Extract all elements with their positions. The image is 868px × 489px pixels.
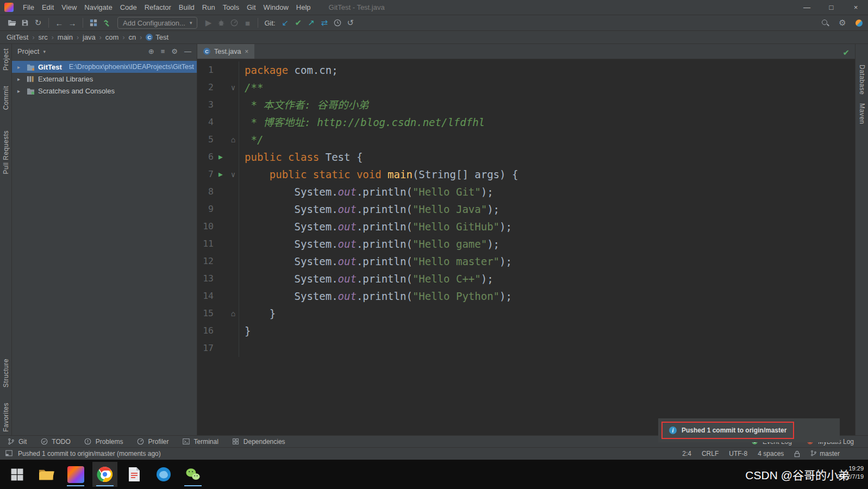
caret-position[interactable]: 2:4 bbox=[682, 450, 691, 457]
breadcrumb-item-com[interactable]: com bbox=[105, 33, 119, 41]
code-line[interactable]: 3 * 本文作者: 谷哥的小弟 bbox=[197, 96, 855, 114]
code-line[interactable]: 2∨/** bbox=[197, 79, 855, 96]
menu-tools[interactable]: Tools bbox=[219, 1, 243, 14]
menu-window[interactable]: Window bbox=[260, 1, 292, 14]
open-icon[interactable] bbox=[5, 16, 18, 29]
run-gutter-icon[interactable]: ▶ bbox=[214, 166, 228, 183]
code-area[interactable]: 1package com.cn;2∨/**3 * 本文作者: 谷哥的小弟4 * … bbox=[197, 59, 855, 435]
menu-file[interactable]: File bbox=[19, 1, 38, 14]
code-line[interactable]: 14 System.out.println("Hello Python"); bbox=[197, 287, 855, 305]
fold-end-icon[interactable]: ⌂ bbox=[228, 305, 239, 322]
quick-access-icon[interactable] bbox=[855, 20, 863, 27]
tab-test-java[interactable]: C Test.java × bbox=[197, 44, 254, 59]
menu-edit[interactable]: Edit bbox=[38, 1, 58, 14]
wechat-icon[interactable] bbox=[180, 462, 205, 487]
intellij-taskbar-icon[interactable] bbox=[63, 462, 88, 487]
breadcrumb-item-main[interactable]: main bbox=[58, 33, 73, 41]
tree-chevron-icon[interactable]: ▸ bbox=[17, 88, 23, 94]
save-icon[interactable] bbox=[18, 16, 32, 29]
close-button[interactable]: × bbox=[844, 0, 868, 15]
fold-open-icon[interactable]: ∨ bbox=[228, 166, 239, 183]
code-line[interactable]: 8 System.out.println("Hello Git"); bbox=[197, 183, 855, 200]
status-message[interactable]: Pushed 1 commit to origin/master (moment… bbox=[18, 450, 161, 457]
inspections-ok-icon[interactable]: ✔ bbox=[842, 48, 850, 58]
toolwindow-profiler[interactable]: Profiler bbox=[136, 438, 168, 446]
menu-view[interactable]: View bbox=[58, 1, 80, 14]
code-line[interactable]: 7▶∨ public static void main(String[] arg… bbox=[197, 166, 855, 183]
project-structure-icon[interactable] bbox=[87, 16, 100, 29]
menu-run[interactable]: Run bbox=[198, 1, 219, 14]
toolwindow-problems[interactable]: Problems bbox=[84, 438, 123, 446]
code-line[interactable]: 4 * 博客地址: http://blog.csdn.net/lfdfhl bbox=[197, 114, 855, 131]
tab-close-icon[interactable]: × bbox=[245, 48, 248, 55]
toolwindow-terminal[interactable]: Terminal bbox=[182, 438, 218, 446]
push-icon[interactable]: ↗ bbox=[305, 16, 318, 29]
minimize-button[interactable]: — bbox=[795, 0, 819, 15]
tool-stripe-maven[interactable]: Maven bbox=[858, 103, 866, 124]
tool-stripe-project[interactable]: Project bbox=[2, 48, 10, 71]
code-line[interactable]: 16} bbox=[197, 322, 855, 340]
file-encoding[interactable]: UTF-8 bbox=[729, 450, 747, 457]
fetch-icon[interactable]: ⇄ bbox=[318, 16, 331, 29]
tool-stripe-database[interactable]: Database bbox=[858, 65, 866, 95]
update-project-icon[interactable]: ↙ bbox=[279, 16, 292, 29]
run-icon[interactable]: ▶ bbox=[202, 16, 215, 29]
chevron-down-icon[interactable]: ▾ bbox=[43, 49, 46, 54]
commit-check-icon[interactable]: ✔ bbox=[292, 16, 305, 29]
code-line[interactable]: 6▶public class Test { bbox=[197, 148, 855, 166]
tree-item-external-libraries[interactable]: ▸External Libraries bbox=[12, 73, 197, 85]
toolwindow-todo[interactable]: TODO bbox=[40, 438, 70, 446]
menu-navigate[interactable]: Navigate bbox=[80, 1, 116, 14]
code-line[interactable]: 11 System.out.println("Hello game"); bbox=[197, 235, 855, 253]
git-branch-widget[interactable]: master bbox=[810, 450, 840, 458]
fold-open-icon[interactable]: ∨ bbox=[228, 79, 239, 96]
start-button[interactable] bbox=[4, 462, 29, 487]
sync-icon[interactable]: ↻ bbox=[32, 16, 45, 29]
menu-git[interactable]: Git bbox=[243, 1, 260, 14]
menu-refactor[interactable]: Refactor bbox=[141, 1, 175, 14]
code-line[interactable]: 10 System.out.println("Hello GitHub"); bbox=[197, 218, 855, 235]
code-line[interactable]: 13 System.out.println("Hello C++"); bbox=[197, 270, 855, 287]
code-line[interactable]: 12 System.out.println("Hello master"); bbox=[197, 253, 855, 270]
menu-help[interactable]: Help bbox=[292, 1, 315, 14]
maximize-button[interactable]: □ bbox=[819, 0, 844, 15]
gear-icon[interactable]: ⚙ bbox=[836, 16, 849, 29]
tool-stripe-favorites[interactable]: Favorites bbox=[2, 403, 10, 432]
tree-item-gittest[interactable]: ▸GitTestE:\Dropbox\phoenix\IDEAProjects\… bbox=[12, 61, 197, 73]
tool-stripe-pull-requests[interactable]: Pull Requests bbox=[2, 130, 10, 174]
run-gutter-icon[interactable]: ▶ bbox=[214, 148, 228, 166]
file-explorer-icon[interactable] bbox=[34, 462, 59, 487]
indent-setting[interactable]: 4 spaces bbox=[758, 450, 784, 457]
code-line[interactable]: 15⌂ } bbox=[197, 305, 855, 322]
notepad-icon[interactable] bbox=[122, 462, 147, 487]
code-line[interactable]: 17 bbox=[197, 340, 855, 357]
menu-code[interactable]: Code bbox=[116, 1, 141, 14]
build-hammer-icon[interactable] bbox=[100, 16, 113, 29]
notification-balloon[interactable]: i Pushed 1 commit to origin/master bbox=[661, 422, 794, 439]
blue-app-icon[interactable] bbox=[151, 462, 176, 487]
line-separator[interactable]: CRLF bbox=[702, 450, 719, 457]
search-icon[interactable] bbox=[821, 19, 829, 27]
hide-panel-icon[interactable]: — bbox=[184, 47, 191, 55]
back-icon[interactable]: ← bbox=[53, 16, 66, 29]
tool-stripe-commit[interactable]: Commit bbox=[2, 86, 10, 110]
collapse-all-icon[interactable]: ≡ bbox=[161, 47, 165, 55]
panel-toggle-icon[interactable] bbox=[5, 450, 13, 458]
breadcrumb-item-gittest[interactable]: GitTest bbox=[7, 33, 28, 41]
toolwindow-git[interactable]: Git bbox=[7, 438, 27, 446]
forward-icon[interactable]: → bbox=[66, 16, 79, 29]
tool-stripe-structure[interactable]: Structure bbox=[2, 359, 10, 387]
code-line[interactable]: 5⌂ */ bbox=[197, 131, 855, 148]
stop-icon[interactable]: ■ bbox=[241, 16, 254, 29]
panel-gear-icon[interactable]: ⚙ bbox=[171, 47, 178, 55]
history-clock-icon[interactable] bbox=[331, 16, 344, 29]
fold-end-icon[interactable]: ⌂ bbox=[228, 131, 239, 148]
rollback-icon[interactable]: ↺ bbox=[344, 16, 357, 29]
tree-chevron-icon[interactable]: ▸ bbox=[17, 76, 23, 82]
debug-bug-icon[interactable] bbox=[215, 16, 228, 29]
menu-build[interactable]: Build bbox=[175, 1, 198, 14]
toolwindow-dependencies[interactable]: Dependencies bbox=[232, 438, 285, 446]
run-configuration-select[interactable]: Add Configuration... ▾ bbox=[117, 17, 197, 29]
breadcrumb-item-src[interactable]: src bbox=[38, 33, 47, 41]
locate-icon[interactable]: ⊕ bbox=[148, 47, 154, 55]
